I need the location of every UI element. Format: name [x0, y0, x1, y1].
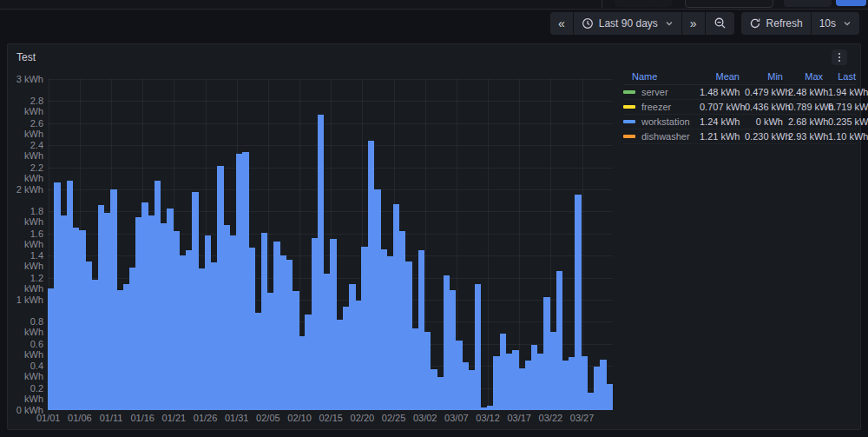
- x-axis-tick-label: 03/27: [570, 413, 595, 423]
- dashboard-canvas: Test NameMeanMinMaxLast server1.48 kWh0.…: [0, 36, 868, 437]
- nav-divider: [602, 0, 602, 8]
- legend-row-server: server1.48 kWh0.479 kWh2.48 kWh1.94 kWh: [623, 85, 856, 100]
- time-range-label: Last 90 days: [599, 17, 658, 30]
- gridline-vertical: [519, 79, 520, 410]
- y-axis-tick-label: 2.8 kWh: [9, 96, 43, 116]
- panel-title[interactable]: Test: [16, 51, 36, 63]
- x-axis-tick-label: 01/01: [36, 413, 61, 423]
- legend-value-last: 1.10 kWh: [823, 129, 856, 144]
- y-axis-tick-label: 2.4 kWh: [9, 140, 43, 161]
- search-input-partial[interactable]: [685, 0, 773, 8]
- y-axis-tick-label: 2.2 kWh: [9, 162, 43, 183]
- x-axis-tick-label: 03/17: [507, 413, 531, 423]
- x-axis-tick-label: 02/10: [287, 413, 312, 423]
- y-axis-tick-label: 0.4 kWh: [9, 361, 43, 381]
- y-axis-tick-label: 1.4 kWh: [9, 250, 43, 271]
- legend-value-mean: 1.48 kWh: [694, 85, 740, 100]
- y-axis-tick-label: 2.6 kWh: [9, 118, 43, 139]
- zoom-out-time-button[interactable]: [706, 12, 734, 35]
- y-axis-tick-label: 3 kWh: [9, 74, 43, 84]
- legend-value-min: 0.479 kWh: [740, 85, 783, 100]
- x-axis-tick-label: 03/22: [539, 413, 563, 423]
- series-color-swatch-icon[interactable]: [623, 120, 635, 123]
- legend-value-mean: 1.21 kWh: [694, 129, 740, 144]
- legend-value-max: 0.789 kWh: [783, 100, 823, 115]
- legend-header-last[interactable]: Last: [823, 70, 856, 85]
- plot-area[interactable]: [48, 79, 613, 410]
- nav-button-partial[interactable]: [784, 0, 832, 7]
- legend-value-mean: 0.707 kWh: [694, 100, 740, 115]
- refresh-interval-label: 10s: [819, 17, 836, 30]
- legend-row-freezer: freezer0.707 kWh0.436 kWh0.789 kWh0.719 …: [623, 100, 856, 115]
- time-controls-group: « Last 90 days »: [550, 12, 734, 35]
- refresh-icon: [749, 17, 761, 30]
- x-axis-tick-label: 01/11: [100, 413, 123, 423]
- series-color-swatch-icon[interactable]: [623, 135, 635, 138]
- refresh-controls-group: Refresh 10s: [741, 12, 859, 35]
- legend-header-max[interactable]: Max: [783, 70, 823, 85]
- magnifier-minus-icon: [713, 17, 727, 30]
- y-axis-tick-label: 1.8 kWh: [9, 206, 43, 227]
- legend-value-last: 0.235 kWh: [823, 115, 856, 129]
- time-range-picker-button[interactable]: Last 90 days: [574, 12, 681, 35]
- refresh-label: Refresh: [766, 17, 803, 30]
- legend-table: NameMeanMinMaxLast server1.48 kWh0.479 k…: [623, 70, 856, 144]
- legend-value-mean: 1.24 kWh: [694, 115, 740, 129]
- x-axis-tick-label: 03/12: [476, 413, 500, 423]
- dashboard-toolbar: « Last 90 days »: [0, 10, 868, 36]
- gridline-vertical: [488, 79, 489, 410]
- x-axis-tick-label: 01/31: [225, 413, 249, 423]
- time-shift-back-button[interactable]: «: [550, 12, 573, 35]
- legend-header-min[interactable]: Min: [740, 70, 783, 85]
- legend-series-name[interactable]: freezer: [623, 100, 694, 115]
- x-axis-tick-label: 01/06: [68, 413, 92, 423]
- series-color-swatch-icon[interactable]: [623, 90, 635, 94]
- x-axis-tick-label: 02/05: [256, 413, 280, 423]
- x-axis-tick-label: 03/02: [413, 413, 437, 423]
- x-axis-tick-label: 02/15: [319, 413, 343, 423]
- series-color-swatch-icon[interactable]: [623, 105, 635, 109]
- y-axis-tick-label: 0.8 kWh: [9, 316, 43, 337]
- double-chevron-left-icon: «: [558, 17, 565, 30]
- legend-header-row: NameMeanMinMaxLast: [623, 70, 856, 85]
- y-axis-tick-label: 0.2 kWh: [9, 383, 43, 404]
- bar: [475, 284, 482, 410]
- legend-value-max: 2.48 kWh: [783, 85, 823, 100]
- double-chevron-right-icon: »: [690, 17, 697, 30]
- legend-series-name[interactable]: dishwasher: [623, 129, 694, 144]
- chevron-down-icon: [665, 19, 674, 28]
- top-nav-strip: [0, 0, 868, 10]
- legend-series-name[interactable]: workstation: [623, 115, 694, 129]
- primary-button-partial[interactable]: [836, 0, 866, 6]
- bar: [607, 384, 614, 410]
- chevron-down-icon: [843, 19, 852, 28]
- legend-value-min: 0.436 kWh: [740, 100, 783, 115]
- x-axis-tick-label: 02/25: [382, 413, 406, 423]
- refresh-button[interactable]: Refresh: [741, 12, 811, 35]
- legend-header-mean[interactable]: Mean: [694, 70, 740, 85]
- legend-value-min: 0 kWh: [740, 115, 783, 129]
- y-axis-tick-label: 0.6 kWh: [9, 339, 43, 360]
- legend-value-last: 0.719 kWh: [823, 100, 856, 115]
- y-axis-tick-label: 1 kWh: [9, 295, 43, 305]
- legend-series-name[interactable]: server: [623, 85, 694, 100]
- x-axis-tick-label: 01/26: [194, 413, 218, 423]
- legend-value-min: 0.230 kWh: [740, 129, 783, 144]
- legend-row-dishwasher: dishwasher1.21 kWh0.230 kWh2.93 kWh1.10 …: [623, 129, 856, 144]
- clock-icon: [582, 17, 594, 30]
- legend-value-max: 2.93 kWh: [783, 129, 823, 144]
- y-axis-tick-label: 2 kWh: [9, 184, 43, 195]
- y-axis-tick-label: 1.2 kWh: [9, 273, 43, 294]
- legend-value-max: 2.68 kWh: [783, 115, 823, 129]
- x-axis-tick-label: 02/20: [351, 413, 375, 423]
- timeseries-panel: Test NameMeanMinMaxLast server1.48 kWh0.…: [7, 43, 861, 430]
- refresh-interval-dropdown[interactable]: 10s: [812, 12, 859, 35]
- time-shift-forward-button[interactable]: »: [682, 12, 705, 35]
- x-axis-tick-label: 01/16: [130, 413, 155, 423]
- legend-header-name[interactable]: Name: [623, 70, 694, 85]
- nav-icon-button-partial[interactable]: [653, 0, 672, 7]
- x-axis-tick-label: 03/07: [444, 413, 469, 423]
- panel-menu-kebab-icon[interactable]: [832, 50, 847, 65]
- y-axis-tick-label: 1.6 kWh: [9, 228, 43, 249]
- legend-row-workstation: workstation1.24 kWh0 kWh2.68 kWh0.235 kW…: [623, 115, 856, 129]
